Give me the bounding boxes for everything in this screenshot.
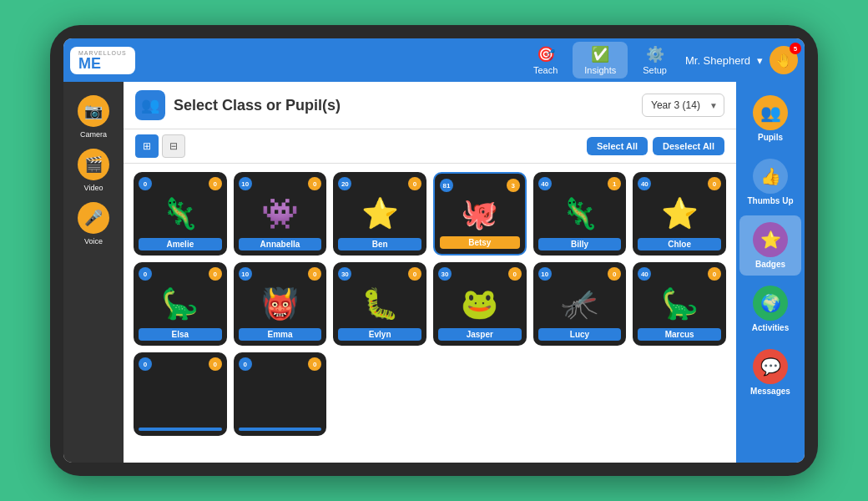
pupil-badges: 0 0 bbox=[139, 267, 222, 281]
select-buttons: Select All Deselect All bbox=[587, 137, 724, 155]
left-badge: 30 bbox=[438, 267, 452, 281]
grid-container: 0 0 🦎 Amelie 10 0 👾 Annabella 20 0 ⭐ Ben… bbox=[134, 172, 726, 436]
left-badge: 0 bbox=[139, 267, 152, 281]
pupil-badges: 10 0 bbox=[239, 177, 322, 190]
center-content: 👥 Select Class or Pupil(s) Year 3 (14) ▼… bbox=[124, 82, 736, 463]
pupil-monster: 👹 bbox=[258, 282, 301, 325]
right-badge: 0 bbox=[209, 267, 222, 281]
left-badge: 81 bbox=[440, 179, 453, 192]
pupil-monster: 🦟 bbox=[558, 282, 601, 325]
toolbar: ⊞ ⊟ Select All Deselect All bbox=[124, 129, 736, 164]
right-badge: 0 bbox=[408, 177, 421, 190]
right-badge: 0 bbox=[708, 177, 721, 190]
deselect-all-button[interactable]: Deselect All bbox=[653, 137, 724, 155]
select-all-button[interactable]: Select All bbox=[587, 137, 648, 155]
pupil-badges: 20 0 bbox=[338, 177, 421, 190]
page-title: Select Class or Pupil(s) bbox=[174, 97, 633, 114]
right-item-badges[interactable]: ⭐ Badges bbox=[739, 215, 801, 276]
pupil-name: Marcus bbox=[638, 328, 721, 341]
left-badge: 0 bbox=[139, 357, 152, 371]
camera-label: Camera bbox=[80, 130, 107, 139]
app-logo: MARVELLOUS ME bbox=[70, 47, 135, 74]
notifications-button[interactable]: 🤚 5 bbox=[770, 46, 798, 74]
right-item-messages[interactable]: 💬 Messages bbox=[739, 342, 801, 402]
right-badge: 0 bbox=[408, 267, 421, 281]
pupil-name: Billy bbox=[538, 238, 622, 250]
pupil-card[interactable]: 40 1 🦎 Billy bbox=[533, 172, 627, 256]
pupil-monster: 🐛 bbox=[358, 282, 401, 325]
pupil-name: Evlyn bbox=[338, 328, 421, 341]
pupil-name: Amelie bbox=[139, 238, 222, 250]
pupil-card[interactable]: 0 0 bbox=[234, 352, 327, 436]
class-icon: 👥 bbox=[135, 90, 165, 120]
user-area: Mr. Shepherd ▾ 🤚 5 bbox=[685, 46, 798, 74]
pupil-name: Ben bbox=[338, 238, 421, 250]
pupil-card[interactable]: 10 0 🦟 Lucy bbox=[533, 262, 627, 346]
list-view-button[interactable]: ⊟ bbox=[162, 134, 185, 158]
pupil-name: Chloe bbox=[638, 238, 721, 250]
sidebar-item-camera[interactable]: 📷 Camera bbox=[78, 95, 109, 139]
setup-icon: ⚙️ bbox=[646, 45, 664, 63]
content-header: 👥 Select Class or Pupil(s) Year 3 (14) ▼ bbox=[124, 82, 736, 129]
pupil-monster: 🐙 bbox=[458, 194, 502, 233]
sidebar-item-video[interactable]: 🎬 Video bbox=[78, 149, 109, 192]
pupil-card[interactable]: 20 0 ⭐ Ben bbox=[333, 172, 426, 256]
grid-view-button[interactable]: ⊞ bbox=[135, 134, 159, 158]
nav-tabs: 🎯 Teach ✅ Insights ⚙️ Setup bbox=[522, 42, 679, 78]
tab-setup-label: Setup bbox=[643, 65, 667, 75]
pupil-card[interactable]: 30 0 🐛 Evlyn bbox=[333, 262, 426, 346]
right-badge: 3 bbox=[507, 179, 520, 192]
sidebar-item-voice[interactable]: 🎤 Voice bbox=[78, 202, 109, 245]
badges-label: Badges bbox=[755, 260, 785, 269]
left-badge: 10 bbox=[239, 267, 252, 281]
class-dropdown-wrapper: Year 3 (14) ▼ bbox=[642, 94, 724, 117]
pupil-card[interactable]: 0 0 🦎 Amelie bbox=[134, 172, 227, 256]
pupil-name: Betsy bbox=[440, 236, 520, 249]
badges-icon: ⭐ bbox=[753, 222, 788, 257]
tab-teach-label: Teach bbox=[533, 65, 558, 75]
tab-insights[interactable]: ✅ Insights bbox=[573, 42, 628, 78]
pupils-grid: 0 0 🦎 Amelie 10 0 👾 Annabella 20 0 ⭐ Ben… bbox=[124, 164, 736, 463]
pupil-name: Jasper bbox=[438, 328, 522, 341]
right-item-thumbsup[interactable]: 👍 Thumbs Up bbox=[739, 152, 801, 212]
pupil-monster: ⭐ bbox=[358, 192, 401, 235]
tablet-screen: MARVELLOUS ME 🎯 Teach ✅ Insights ⚙️ Setu… bbox=[63, 38, 805, 463]
pupil-badges: 0 0 bbox=[139, 357, 222, 371]
right-badge: 0 bbox=[308, 177, 321, 190]
pupil-monster: 👾 bbox=[258, 192, 301, 235]
pupils-label: Pupils bbox=[758, 133, 783, 142]
pupil-name: Elsa bbox=[139, 328, 222, 341]
activities-label: Activities bbox=[752, 323, 789, 332]
right-badge: 0 bbox=[209, 357, 222, 371]
left-badge: 0 bbox=[139, 177, 152, 190]
thumbsup-label: Thumbs Up bbox=[748, 196, 794, 205]
voice-label: Voice bbox=[84, 237, 103, 245]
class-dropdown[interactable]: Year 3 (14) bbox=[642, 94, 724, 117]
pupil-card[interactable]: 0 0 bbox=[134, 352, 227, 436]
pupil-badges: 40 0 bbox=[638, 177, 721, 190]
tab-setup[interactable]: ⚙️ Setup bbox=[631, 42, 679, 78]
tab-insights-label: Insights bbox=[584, 65, 616, 75]
messages-icon: 💬 bbox=[753, 349, 788, 384]
right-badge: 0 bbox=[308, 357, 321, 371]
pupil-card[interactable]: 0 0 🦕 Elsa bbox=[134, 262, 227, 346]
left-badge: 20 bbox=[338, 177, 351, 190]
pupil-monster bbox=[159, 372, 202, 424]
pupil-name: Annabella bbox=[239, 238, 322, 250]
pupil-name bbox=[139, 428, 222, 431]
right-item-pupils[interactable]: 👥 Pupils bbox=[739, 89, 801, 149]
right-item-activities[interactable]: 🌍 Activities bbox=[739, 279, 801, 339]
pupil-card[interactable]: 30 0 🐸 Jasper bbox=[433, 262, 527, 346]
pupil-card[interactable]: 81 3 🐙 Betsy bbox=[433, 172, 527, 256]
tab-teach[interactable]: 🎯 Teach bbox=[522, 42, 569, 78]
pupil-card[interactable]: 40 0 🦕 Marcus bbox=[633, 262, 726, 346]
voice-icon: 🎤 bbox=[78, 202, 109, 234]
pupil-card[interactable]: 10 0 👾 Annabella bbox=[234, 172, 327, 256]
left-sidebar: 📷 Camera 🎬 Video 🎤 Voice bbox=[63, 82, 124, 463]
left-badge: 40 bbox=[638, 267, 651, 281]
right-badge: 1 bbox=[608, 177, 621, 190]
right-badge: 0 bbox=[508, 267, 522, 281]
video-label: Video bbox=[84, 184, 103, 192]
pupil-card[interactable]: 40 0 ⭐ Chloe bbox=[633, 172, 726, 256]
pupil-card[interactable]: 10 0 👹 Emma bbox=[234, 262, 327, 346]
